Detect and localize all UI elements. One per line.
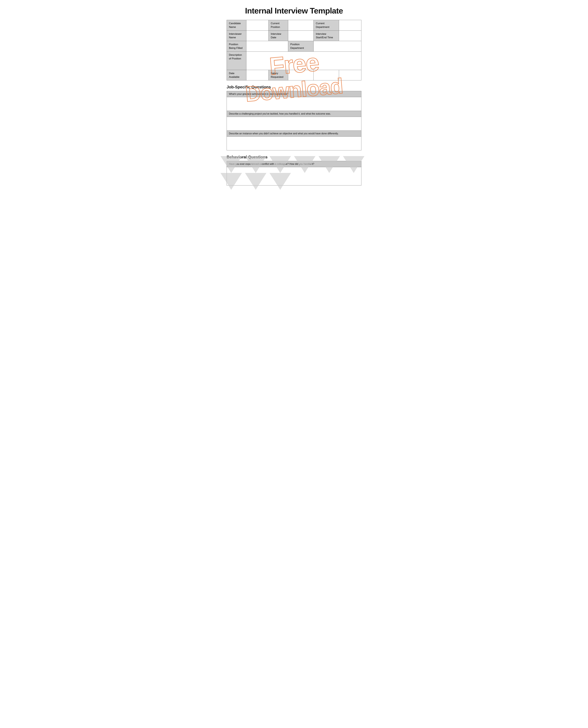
triangle-9 (270, 173, 291, 190)
date-available-value[interactable] (246, 70, 269, 80)
candidate-name-value[interactable] (246, 20, 269, 30)
table-row-1: Candidate Name Current Position Current … (227, 20, 361, 30)
table-row-4: Description of Position (227, 51, 361, 70)
position-filled-value[interactable] (246, 41, 288, 51)
current-position-value[interactable] (288, 20, 313, 30)
answer-row-3 (227, 137, 361, 150)
current-department-label: Current Department (314, 20, 339, 30)
page-title: Internal Interview Template (227, 6, 361, 15)
bunting-row (219, 156, 369, 190)
description-value[interactable] (246, 51, 361, 70)
table-row-2: Interviewer Name Interview Date Intervie… (227, 30, 361, 41)
triangle-4 (294, 156, 315, 173)
answer-row-1 (227, 97, 361, 111)
answer-1-field[interactable] (227, 97, 361, 111)
interview-time-label: Interview Start/End Time (314, 30, 339, 41)
interview-date-value[interactable] (288, 30, 313, 41)
salary-requested-label: Salary Requested (269, 70, 288, 80)
position-department-label: Position Department (288, 41, 313, 51)
table-row-5: Date Available Salary Requested (227, 70, 361, 80)
salary-requested-value[interactable] (288, 70, 313, 80)
triangle-1 (220, 156, 242, 173)
position-department-value[interactable] (314, 41, 361, 51)
question-row-2: Describe a challenging project you've ta… (227, 111, 361, 117)
current-department-value[interactable] (339, 20, 361, 30)
candidate-name-label: Candidate Name (227, 20, 246, 30)
interviewer-name-label: Interviewer Name (227, 30, 246, 41)
question-row-1: What's your greatest achievement in your… (227, 91, 361, 97)
answer-row-2 (227, 117, 361, 131)
triangle-8 (245, 173, 267, 190)
answer-3-field[interactable] (227, 137, 361, 150)
info-table: Candidate Name Current Position Current … (227, 20, 361, 80)
interviewer-name-value[interactable] (246, 30, 269, 41)
question-2-text: Describe a challenging project you've ta… (227, 111, 361, 117)
date-available-label: Date Available (227, 70, 246, 80)
interview-date-label: Interview Date (269, 30, 288, 41)
answer-2-field[interactable] (227, 117, 361, 131)
triangle-3 (270, 156, 291, 173)
description-label: Description of Position (227, 51, 246, 70)
current-position-label: Current Position (269, 20, 288, 30)
question-3-text: Describe an instance when you didn't ach… (227, 131, 361, 137)
extra-label (314, 70, 339, 80)
question-1-text: What's your greatest achievement in your… (227, 91, 361, 97)
bunting-decoration (219, 156, 369, 196)
job-specific-table: What's your greatest achievement in your… (227, 91, 361, 150)
question-row-3: Describe an instance when you didn't ach… (227, 131, 361, 137)
triangle-5 (318, 156, 340, 173)
interview-time-value[interactable] (339, 30, 361, 41)
triangle-6 (343, 156, 364, 173)
triangle-7 (220, 173, 242, 190)
triangle-2 (245, 156, 267, 173)
table-row-3: Position Being Filled Position Departmen… (227, 41, 361, 51)
extra-value[interactable] (339, 70, 361, 80)
position-filled-label: Position Being Filled (227, 41, 246, 51)
job-specific-heading: Job-Specific Questions (227, 85, 361, 89)
